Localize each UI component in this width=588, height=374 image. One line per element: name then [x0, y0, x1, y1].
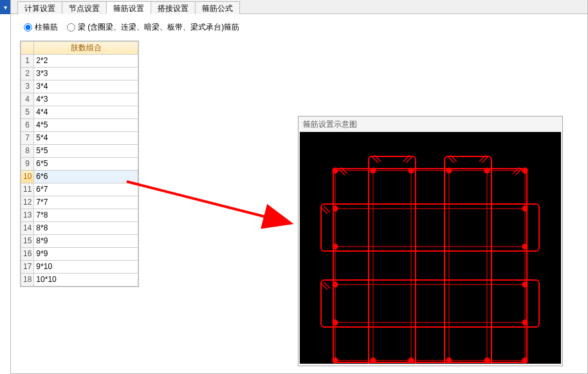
row-number[interactable]: 2 — [21, 68, 34, 80]
svg-point-36 — [484, 358, 490, 364]
tab-label: 搭接设置 — [158, 4, 188, 13]
table-row[interactable]: 116*7 — [21, 183, 138, 196]
svg-point-42 — [522, 358, 528, 364]
row-number[interactable]: 8 — [21, 145, 34, 158]
row-number[interactable]: 10 — [21, 171, 34, 183]
table-row[interactable]: 148*8 — [21, 222, 138, 235]
row-number[interactable]: 11 — [21, 183, 34, 196]
svg-rect-18 — [321, 280, 539, 327]
diagram-panel: 箍筋设置示意图 — [298, 116, 563, 366]
svg-point-34 — [522, 282, 528, 288]
row-number[interactable]: 3 — [21, 80, 34, 93]
radio-beam-stirrup[interactable]: 梁 (含圈梁、连梁、暗梁、板带、梁式承台)箍筋 — [67, 22, 239, 33]
radio-column-stirrup[interactable]: 柱箍筋 — [24, 22, 58, 33]
row-number[interactable]: 17 — [21, 261, 34, 274]
svg-point-37 — [333, 320, 338, 326]
tab-node-settings[interactable]: 节点设置 — [62, 1, 107, 14]
tab-stirrup-formula[interactable]: 箍筋公式 — [195, 1, 240, 14]
diagram-title: 箍筋设置示意图 — [299, 117, 562, 132]
table-row[interactable]: 75*4 — [21, 132, 138, 145]
row-number[interactable]: 4 — [21, 93, 34, 106]
svg-rect-14 — [333, 169, 527, 362]
table-row[interactable]: 106*6 — [21, 171, 138, 183]
svg-point-27 — [409, 168, 414, 174]
tab-stirrup-settings[interactable]: 箍筋设置 — [106, 1, 151, 14]
table-row[interactable]: 158*9 — [21, 235, 138, 248]
svg-point-25 — [333, 206, 338, 212]
combo-cell[interactable]: 9*9 — [34, 248, 138, 261]
svg-point-39 — [522, 168, 528, 174]
table-row[interactable]: 12*2 — [21, 55, 138, 68]
content-area: 计算设置 节点设置 箍筋设置 搭接设置 箍筋公式 柱箍筋 梁 (含圈梁、连梁、暗… — [10, 0, 588, 374]
row-number[interactable]: 14 — [21, 222, 34, 235]
combo-cell[interactable]: 6*7 — [34, 183, 138, 196]
combo-cell[interactable]: 7*7 — [34, 196, 138, 209]
combo-cell[interactable]: 8*8 — [34, 222, 138, 235]
table-row[interactable]: 127*7 — [21, 196, 138, 209]
tab-splice-settings[interactable]: 搭接设置 — [151, 1, 196, 14]
table-row[interactable]: 137*8 — [21, 209, 138, 222]
combo-cell[interactable]: 4*4 — [34, 106, 138, 119]
table-row[interactable]: 169*9 — [21, 248, 138, 261]
radio-label: 梁 (含圈梁、连梁、暗梁、板带、梁式承台)箍筋 — [78, 22, 239, 33]
column-header[interactable]: 肢数组合 — [34, 42, 138, 55]
radio-column-input[interactable] — [24, 23, 32, 32]
combo-cell[interactable]: 6*6 — [34, 171, 138, 183]
svg-point-30 — [522, 244, 528, 250]
combo-table: 肢数组合 12*223*333*444*354*464*575*485*596*… — [20, 41, 139, 287]
combo-cell[interactable]: 5*4 — [34, 132, 138, 145]
diagram-title-text: 箍筋设置示意图 — [303, 120, 357, 129]
radio-group: 柱箍筋 梁 (含圈梁、连梁、暗梁、板带、梁式承台)箍筋 — [11, 14, 587, 41]
radio-beam-input[interactable] — [67, 23, 75, 32]
svg-point-26 — [522, 206, 528, 212]
corner-cell — [21, 42, 34, 55]
combo-cell[interactable]: 8*9 — [34, 235, 138, 248]
row-number[interactable]: 9 — [21, 158, 34, 171]
combo-cell[interactable]: 10*10 — [34, 274, 138, 286]
combo-cell[interactable]: 3*3 — [34, 68, 138, 80]
row-number[interactable]: 15 — [21, 235, 34, 248]
tab-label: 计算设置 — [24, 4, 55, 13]
table-row[interactable]: 44*3 — [21, 93, 138, 106]
combo-cell[interactable]: 2*2 — [34, 55, 138, 68]
table-row[interactable]: 23*3 — [21, 68, 138, 80]
combo-cell[interactable]: 3*4 — [34, 80, 138, 93]
row-number[interactable]: 12 — [21, 196, 34, 209]
svg-point-24 — [371, 358, 376, 364]
row-number[interactable]: 18 — [21, 274, 34, 286]
combo-cell[interactable]: 6*5 — [34, 158, 138, 171]
svg-rect-16 — [445, 156, 492, 364]
row-number[interactable]: 1 — [21, 55, 34, 68]
table-row[interactable]: 1810*10 — [21, 274, 138, 286]
row-number[interactable]: 7 — [21, 132, 34, 145]
side-dropdown-button[interactable]: ▾ — [0, 0, 10, 14]
table-row[interactable]: 64*5 — [21, 119, 138, 132]
row-number[interactable]: 6 — [21, 119, 34, 132]
table-row[interactable]: 54*4 — [21, 106, 138, 119]
svg-point-33 — [333, 282, 338, 288]
row-number[interactable]: 5 — [21, 106, 34, 119]
tab-calc-settings[interactable]: 计算设置 — [17, 1, 62, 14]
tab-bar: 计算设置 节点设置 箍筋设置 搭接设置 箍筋公式 — [11, 0, 587, 14]
svg-point-41 — [333, 358, 338, 364]
row-number[interactable]: 13 — [21, 209, 34, 222]
combo-cell[interactable]: 7*8 — [34, 209, 138, 222]
chevron-down-icon: ▾ — [4, 4, 7, 11]
radio-label: 柱箍筋 — [35, 22, 58, 33]
svg-rect-15 — [369, 156, 416, 364]
row-number[interactable]: 16 — [21, 248, 34, 261]
svg-point-31 — [446, 168, 452, 174]
table-row[interactable]: 85*5 — [21, 145, 138, 158]
table-row[interactable]: 33*4 — [21, 80, 138, 93]
tab-label: 箍筋设置 — [113, 4, 144, 13]
svg-point-28 — [409, 358, 414, 364]
svg-rect-17 — [321, 204, 539, 251]
combo-cell[interactable]: 9*10 — [34, 261, 138, 274]
table-row[interactable]: 179*10 — [21, 261, 138, 274]
table-row[interactable]: 96*5 — [21, 158, 138, 171]
combo-cell[interactable]: 5*5 — [34, 145, 138, 158]
stirrup-diagram — [300, 132, 561, 364]
combo-cell[interactable]: 4*3 — [34, 93, 138, 106]
combo-cell[interactable]: 4*5 — [34, 119, 138, 132]
svg-point-29 — [333, 244, 338, 250]
